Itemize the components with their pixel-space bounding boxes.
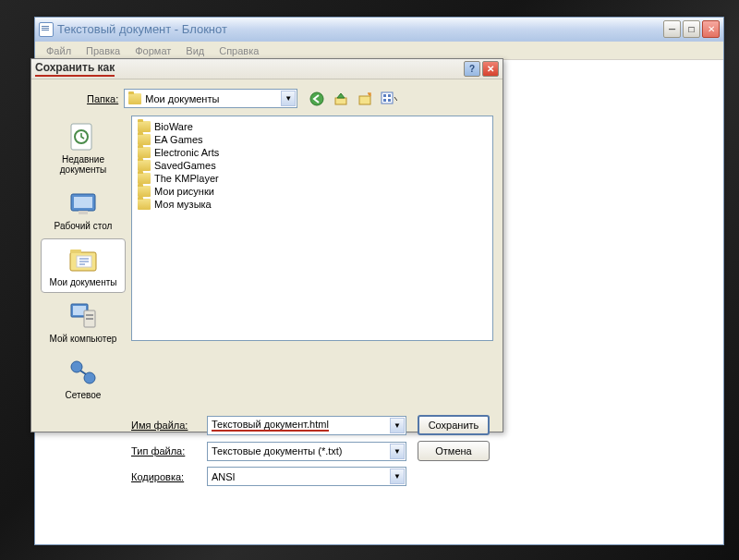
- window-controls: ─ □ ✕: [663, 20, 720, 38]
- dialog-titlebar[interactable]: Сохранить как ? ✕: [31, 59, 503, 79]
- svg-rect-19: [86, 314, 93, 316]
- folder-label: Папка:: [87, 93, 118, 104]
- folder-icon: [138, 121, 151, 132]
- dialog-title: Сохранить как: [35, 61, 464, 77]
- recent-icon: [67, 121, 100, 152]
- folder-icon: [138, 134, 151, 145]
- list-item[interactable]: Моя музыка: [136, 198, 489, 211]
- svg-rect-1: [335, 98, 346, 104]
- cancel-button[interactable]: Отмена: [418, 441, 490, 461]
- titlebar[interactable]: Текстовый документ - Блокнот ─ □ ✕: [35, 18, 723, 42]
- chevron-down-icon[interactable]: ▼: [390, 444, 405, 459]
- list-item[interactable]: SavedGames: [136, 159, 489, 172]
- filename-label: Имя файла:: [131, 420, 196, 431]
- svg-rect-4: [383, 94, 386, 97]
- computer-icon: [67, 300, 100, 332]
- maximize-button[interactable]: □: [683, 20, 700, 38]
- chevron-down-icon[interactable]: ▼: [390, 418, 405, 433]
- svg-rect-14: [70, 250, 81, 253]
- filename-input[interactable]: Текстовый документ.html ▼: [207, 416, 406, 435]
- back-icon[interactable]: [309, 91, 325, 107]
- encoding-combo[interactable]: ANSI ▼: [207, 467, 406, 486]
- filetype-label: Тип файла:: [131, 445, 196, 457]
- encoding-label: Кодировка:: [131, 471, 196, 482]
- app-icon: [39, 22, 54, 37]
- filetype-combo[interactable]: Текстовые документы (*.txt) ▼: [207, 442, 406, 461]
- svg-rect-20: [86, 318, 93, 320]
- svg-rect-5: [388, 94, 391, 97]
- minimize-button[interactable]: ─: [663, 20, 681, 38]
- help-button[interactable]: ?: [464, 61, 480, 77]
- window-title: Текстовый документ - Блокнот: [57, 22, 663, 36]
- menu-file[interactable]: Файл: [39, 43, 79, 58]
- folder-icon: [138, 186, 151, 197]
- sidebar-network[interactable]: Сетевое: [41, 351, 126, 406]
- desktop-icon: [67, 188, 100, 219]
- folder-icon: [138, 147, 151, 158]
- menubar: Файл Правка Формат Вид Справка: [35, 42, 723, 60]
- file-list[interactable]: BioWare EA Games Electronic Arts SavedGa…: [131, 116, 493, 341]
- folder-icon: [138, 199, 151, 210]
- svg-rect-7: [388, 99, 391, 102]
- network-icon: [67, 357, 100, 388]
- menu-edit[interactable]: Правка: [79, 43, 127, 58]
- folder-icon: [138, 160, 151, 171]
- folder-icon: [138, 173, 151, 184]
- folder-combo[interactable]: Мои документы ▼: [124, 89, 297, 108]
- new-folder-icon[interactable]: [357, 91, 373, 107]
- close-button[interactable]: ✕: [702, 20, 720, 38]
- list-item[interactable]: Мои рисунки: [136, 185, 489, 198]
- places-sidebar: Недавние документы Рабочий стол Мои доку…: [41, 116, 126, 406]
- svg-point-0: [310, 92, 323, 105]
- menu-format[interactable]: Формат: [127, 43, 178, 58]
- mydocs-icon: [67, 244, 100, 275]
- list-item[interactable]: EA Games: [136, 133, 489, 146]
- chevron-down-icon[interactable]: ▼: [281, 91, 296, 106]
- save-button[interactable]: Сохранить: [418, 415, 490, 435]
- save-as-dialog: Сохранить как ? ✕ Папка: Мои документы ▼: [30, 58, 503, 432]
- list-item[interactable]: Electronic Arts: [136, 146, 489, 159]
- up-icon[interactable]: [333, 91, 349, 107]
- sidebar-desktop[interactable]: Рабочий стол: [41, 182, 126, 237]
- folder-icon: [128, 93, 141, 104]
- view-menu-icon[interactable]: [381, 91, 397, 107]
- chevron-down-icon[interactable]: ▼: [390, 469, 405, 484]
- svg-rect-3: [382, 92, 393, 103]
- svg-rect-11: [74, 197, 92, 208]
- menu-view[interactable]: Вид: [178, 43, 212, 58]
- sidebar-recent[interactable]: Недавние документы: [41, 116, 126, 180]
- menu-help[interactable]: Справка: [212, 43, 266, 58]
- list-item[interactable]: The KMPlayer: [136, 172, 489, 185]
- sidebar-mydocs[interactable]: Мои документы: [41, 238, 126, 293]
- folder-value: Мои документы: [145, 93, 219, 104]
- svg-rect-12: [79, 211, 88, 214]
- svg-rect-2: [359, 96, 370, 104]
- dialog-close-button[interactable]: ✕: [482, 61, 499, 77]
- sidebar-computer[interactable]: Мой компьютер: [41, 295, 126, 349]
- svg-rect-6: [383, 99, 386, 102]
- list-item[interactable]: BioWare: [136, 120, 489, 133]
